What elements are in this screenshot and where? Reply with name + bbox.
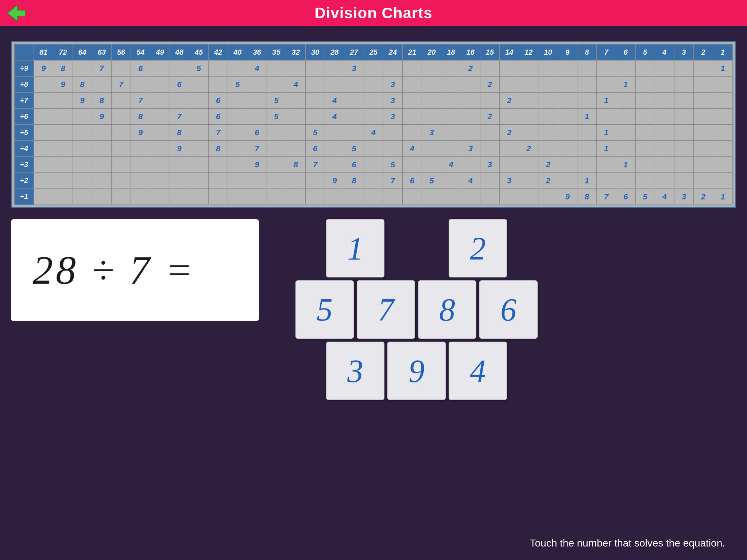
chart-data-cell — [267, 157, 286, 173]
chart-data-cell — [616, 93, 635, 109]
chart-data-cell — [616, 125, 635, 141]
chart-data-cell — [616, 61, 635, 77]
tiles-row-2: 5786 — [295, 280, 538, 339]
chart-data-cell: 1 — [597, 93, 616, 109]
chart-data-cell — [383, 125, 402, 141]
chart-data-cell — [403, 61, 422, 77]
chart-data-cell: 5 — [344, 141, 364, 157]
chart-data-cell — [558, 77, 577, 93]
chart-data-cell — [34, 189, 53, 205]
chart-data-cell — [694, 141, 713, 157]
chart-header-cell: 56 — [112, 44, 131, 61]
chart-data-cell — [364, 189, 383, 205]
chart-data-cell: 5 — [306, 125, 325, 141]
chart-header-cell: 72 — [53, 44, 73, 61]
chart-data-cell — [441, 173, 461, 189]
chart-data-cell: 8 — [73, 77, 92, 93]
answer-tile[interactable]: 4 — [449, 342, 507, 400]
chart-data-cell — [34, 77, 53, 93]
chart-data-cell — [655, 77, 674, 93]
chart-data-cell — [422, 141, 441, 157]
chart-header-cell: 3 — [674, 44, 693, 61]
chart-divisor-cell: ÷9 — [15, 61, 34, 77]
chart-data-cell: 5 — [189, 61, 208, 77]
answer-tile[interactable]: 9 — [387, 342, 446, 400]
tiles-row-1: 12 — [295, 219, 538, 277]
chart-data-cell — [597, 157, 616, 173]
chart-data-cell — [694, 61, 713, 77]
chart-data-cell — [170, 61, 189, 77]
chart-data-cell — [577, 93, 596, 109]
chart-data-cell — [674, 93, 693, 109]
chart-data-cell — [364, 141, 383, 157]
chart-data-cell: 5 — [267, 109, 286, 125]
answer-tile[interactable]: 7 — [357, 280, 415, 339]
chart-data-cell: 8 — [131, 109, 150, 125]
chart-data-cell: 8 — [92, 93, 111, 109]
chart-data-cell: 2 — [480, 109, 499, 125]
chart-data-cell — [306, 93, 325, 109]
answer-tile[interactable]: 3 — [326, 342, 384, 400]
chart-header-cell: 32 — [286, 44, 305, 61]
chart-data-cell: 2 — [500, 93, 519, 109]
chart-data-cell — [577, 141, 596, 157]
chart-data-cell: 3 — [422, 125, 441, 141]
chart-data-cell — [53, 141, 73, 157]
chart-data-cell — [131, 141, 150, 157]
chart-data-cell — [189, 77, 208, 93]
header: Division Charts — [0, 0, 747, 26]
chart-data-cell — [655, 125, 674, 141]
answer-tiles: 12 5786 394 — [295, 219, 538, 400]
chart-data-cell — [34, 141, 53, 157]
chart-data-cell: 4 — [403, 141, 422, 157]
chart-data-cell: 7 — [92, 61, 111, 77]
chart-data-cell — [383, 61, 402, 77]
chart-data-cell — [92, 189, 111, 205]
chart-data-cell — [403, 109, 422, 125]
chart-data-cell — [267, 141, 286, 157]
chart-data-cell — [713, 109, 733, 125]
chart-data-cell — [344, 77, 364, 93]
chart-divisor-cell: ÷7 — [15, 93, 34, 109]
chart-data-cell: 2 — [538, 157, 558, 173]
chart-data-cell: 4 — [461, 173, 480, 189]
chart-data-cell — [538, 93, 558, 109]
chart-data-cell — [403, 157, 422, 173]
answer-tile[interactable]: 2 — [449, 219, 507, 277]
chart-header-cell: 8 — [577, 44, 596, 61]
chart-data-cell: 3 — [461, 141, 480, 157]
answer-tile[interactable]: 8 — [418, 280, 476, 339]
chart-data-cell — [344, 109, 364, 125]
chart-divisor-cell: ÷2 — [15, 173, 34, 189]
chart-data-cell — [674, 125, 693, 141]
chart-data-cell — [209, 173, 228, 189]
chart-data-cell: 9 — [131, 125, 150, 141]
answer-tile[interactable]: 6 — [479, 280, 538, 339]
chart-data-cell: 5 — [422, 173, 441, 189]
chart-data-cell — [34, 125, 53, 141]
chart-data-cell: 6 — [306, 141, 325, 157]
chart-data-cell — [189, 93, 208, 109]
chart-data-cell — [422, 189, 441, 205]
chart-data-cell: 1 — [597, 125, 616, 141]
chart-divisor-cell: ÷5 — [15, 125, 34, 141]
chart-data-cell: 6 — [209, 109, 228, 125]
answer-tile[interactable]: 5 — [295, 280, 354, 339]
chart-data-cell — [519, 173, 538, 189]
chart-data-cell: 9 — [247, 157, 267, 173]
chart-data-cell — [597, 173, 616, 189]
chart-data-cell — [286, 125, 305, 141]
chart-data-cell: 4 — [286, 77, 305, 93]
chart-data-cell — [538, 61, 558, 77]
chart-data-cell — [500, 141, 519, 157]
chart-data-cell — [694, 77, 713, 93]
answer-tile[interactable]: 1 — [326, 219, 384, 277]
chart-data-cell — [325, 125, 344, 141]
chart-data-cell — [713, 77, 733, 93]
chart-data-cell — [344, 189, 364, 205]
back-button[interactable] — [7, 5, 26, 21]
chart-data-cell — [480, 93, 499, 109]
chart-divisor-cell: ÷3 — [15, 157, 34, 173]
chart-data-cell — [131, 189, 150, 205]
chart-data-cell — [635, 141, 655, 157]
